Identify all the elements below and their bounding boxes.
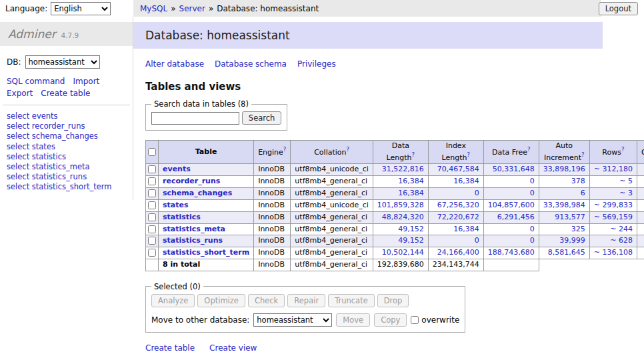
rows-link[interactable]: ~ 136,108 (594, 248, 633, 257)
auto-increment-link[interactable]: 33,398,984 (543, 201, 585, 209)
row-checkbox[interactable] (148, 189, 156, 197)
language-select[interactable]: English (51, 2, 111, 15)
data-free-link[interactable]: 0 (530, 189, 535, 197)
data-length-link[interactable]: 49,152 (398, 225, 424, 233)
column-header-auto-increment[interactable]: Auto Increment? (539, 141, 589, 164)
breadcrumb-link-server[interactable]: Server (179, 4, 205, 13)
rows-link[interactable]: ~ 244 (610, 225, 633, 233)
index-length-link[interactable]: 24,166,400 (437, 248, 479, 257)
search-button[interactable]: Search (242, 111, 282, 125)
create-view-link[interactable]: Create view (209, 343, 257, 353)
table-name-link[interactable]: recorder_runs (163, 177, 220, 185)
table-name-link[interactable]: events (163, 165, 191, 173)
sidebar-table-link[interactable]: select states (7, 142, 126, 152)
sidebar-link-create-table[interactable]: Create table (41, 89, 90, 98)
column-header-engine[interactable]: Engine? (254, 141, 291, 164)
data-free-link[interactable]: 188,743,680 (488, 248, 535, 257)
row-checkbox[interactable] (148, 177, 156, 185)
data-length-link[interactable]: 49,152 (398, 236, 424, 245)
index-length-link[interactable]: 72,220,672 (437, 213, 479, 221)
table-name-link[interactable]: statistics_runs (163, 236, 223, 245)
analyze-button[interactable]: Analyze (151, 294, 195, 307)
truncate-button[interactable]: Truncate (328, 294, 375, 307)
data-length-link[interactable]: 16,384 (398, 189, 424, 197)
index-length-link[interactable]: 70,467,584 (437, 165, 479, 173)
row-checkbox[interactable] (148, 225, 156, 233)
row-checkbox[interactable] (148, 213, 156, 221)
sidebar-link-sql-command[interactable]: SQL command (7, 77, 65, 86)
column-header-collation[interactable]: Collation? (291, 141, 373, 164)
column-header-data-length[interactable]: Data Length? (373, 141, 428, 164)
index-length-link[interactable]: 16,384 (453, 225, 479, 233)
table-name-link[interactable]: statistics (163, 213, 201, 221)
auto-increment-link[interactable]: 378 (571, 177, 585, 185)
auto-increment-link[interactable]: 33,898,196 (543, 165, 585, 173)
logout-button[interactable]: Logout (599, 2, 638, 15)
data-free-link[interactable]: 0 (530, 236, 535, 245)
table-name-link[interactable]: statistics_short_term (163, 248, 249, 257)
action-link-database-schema[interactable]: Database schema (215, 59, 287, 69)
breadcrumb-link-mysql[interactable]: MySQL (140, 4, 167, 13)
data-length-link[interactable]: 101,859,328 (377, 201, 424, 209)
rows-link[interactable]: ~ 3 (619, 189, 633, 197)
data-free-link[interactable]: 0 (530, 225, 535, 233)
select-all-checkbox[interactable] (148, 148, 156, 156)
row-checkbox[interactable] (148, 201, 156, 209)
data-length-link[interactable]: 16,384 (398, 177, 424, 185)
column-header-data-free[interactable]: Data Free? (483, 141, 539, 164)
row-checkbox[interactable] (148, 237, 156, 245)
sidebar-table-link[interactable]: select statistics_meta (7, 162, 126, 172)
auto-increment-link[interactable]: 325 (571, 225, 585, 233)
drop-button[interactable]: Drop (377, 294, 409, 307)
action-link-alter-database[interactable]: Alter database (145, 59, 204, 69)
overwrite-label[interactable]: overwrite (421, 315, 459, 325)
data-length-link[interactable]: 48,824,320 (382, 213, 424, 221)
column-header-table[interactable]: Table (159, 141, 254, 164)
column-header-index-length[interactable]: Index Length? (428, 141, 483, 164)
table-name-link[interactable]: schema_changes (163, 189, 232, 197)
auto-increment-link[interactable]: 8,581,645 (548, 248, 585, 257)
index-length-link[interactable]: 0 (475, 236, 479, 245)
rows-link[interactable]: ~ 299,833 (594, 201, 633, 209)
auto-increment-link[interactable]: 6 (581, 189, 585, 197)
column-header-comment[interactable]: Comment? (637, 141, 644, 164)
optimize-button[interactable]: Optimize (197, 294, 245, 307)
data-length-link[interactable]: 31,522,816 (382, 165, 424, 173)
row-checkbox[interactable] (148, 165, 156, 173)
action-link-privileges[interactable]: Privileges (297, 59, 336, 69)
data-free-link[interactable]: 0 (530, 177, 535, 185)
index-length-link[interactable]: 16,384 (453, 177, 479, 185)
auto-increment-link[interactable]: 39,999 (559, 236, 585, 245)
data-free-link[interactable]: 104,857,600 (488, 201, 535, 209)
search-input[interactable] (151, 112, 239, 125)
data-free-link[interactable]: 50,331,648 (493, 165, 535, 173)
data-length-link[interactable]: 10,502,144 (382, 248, 424, 257)
rows-link[interactable]: ~ 5 (619, 177, 633, 185)
overwrite-checkbox[interactable] (411, 316, 419, 324)
sidebar-table-link[interactable]: select statistics_short_term (7, 182, 126, 192)
move-db-select[interactable]: homeassistant (253, 313, 332, 327)
rows-link[interactable]: ~ 569,159 (594, 213, 633, 221)
create-table-link[interactable]: Create table (145, 343, 195, 353)
copy-button[interactable]: Copy (374, 313, 407, 327)
check-button[interactable]: Check (248, 294, 285, 307)
sidebar-table-link[interactable]: select statistics_runs (7, 172, 126, 182)
sidebar-table-link[interactable]: select statistics (7, 152, 126, 162)
sidebar-table-link[interactable]: select recorder_runs (7, 121, 126, 131)
table-name-link[interactable]: states (163, 201, 189, 209)
rows-link[interactable]: ~ 628 (610, 236, 633, 245)
index-length-link[interactable]: 67,256,320 (437, 201, 479, 209)
table-name-link[interactable]: statistics_meta (163, 225, 225, 233)
auto-increment-link[interactable]: 913,577 (555, 213, 585, 221)
row-checkbox[interactable] (148, 249, 156, 257)
move-button[interactable]: Move (336, 313, 370, 327)
index-length-link[interactable]: 0 (475, 189, 479, 197)
sidebar-table-link[interactable]: select events (7, 111, 126, 121)
sidebar-link-import[interactable]: Import (73, 77, 99, 86)
sidebar-link-export[interactable]: Export (7, 89, 33, 98)
db-select[interactable]: homeassistant (25, 55, 100, 69)
repair-button[interactable]: Repair (287, 294, 325, 307)
rows-link[interactable]: ~ 312,180 (594, 165, 633, 173)
data-free-link[interactable]: 6,291,456 (497, 213, 535, 221)
sidebar-table-link[interactable]: select schema_changes (7, 131, 126, 141)
